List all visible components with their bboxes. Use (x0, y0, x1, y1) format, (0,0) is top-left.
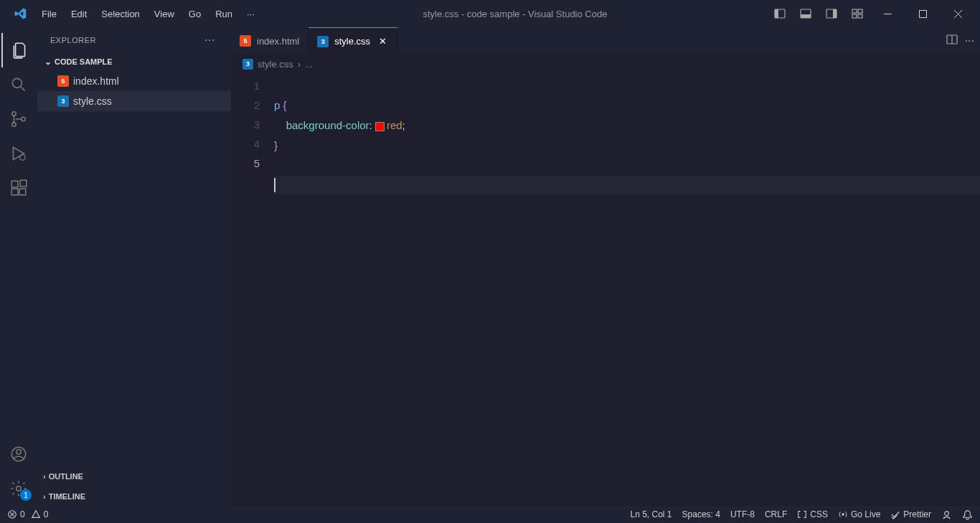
svg-rect-9 (858, 14, 862, 18)
svg-point-17 (12, 123, 16, 126)
status-bar: 0 0 Ln 5, Col 1 Spaces: 4 UTF-8 CRLF CSS… (0, 506, 980, 523)
svg-point-29 (9, 511, 17, 519)
svg-point-25 (17, 450, 22, 455)
explorer-title: EXPLORER (50, 36, 96, 44)
outline-label: OUTLINE (49, 472, 83, 481)
activity-search-icon[interactable] (1, 67, 36, 102)
split-editor-icon[interactable] (946, 34, 958, 48)
line-gutter: 1 2 3 4 5 (231, 73, 274, 506)
status-position[interactable]: Ln 5, Col 1 (631, 509, 672, 519)
menu-file[interactable]: File (34, 9, 64, 19)
status-warnings[interactable]: 0 (31, 509, 49, 519)
timeline-label: TIMELINE (49, 492, 85, 501)
chevron-right-icon: › (298, 59, 301, 70)
html-file-icon: 5 (57, 75, 69, 87)
project-header[interactable]: ⌄ CODE SAMPLE (37, 52, 231, 71)
activity-debug-icon[interactable] (1, 136, 36, 171)
svg-point-32 (842, 513, 844, 516)
tab-label: index.html (257, 36, 299, 47)
window-maximize-icon[interactable] (907, 3, 939, 24)
editor-area: 5 index.html 3 style.css ✕ ··· 3 style.c… (231, 27, 980, 506)
tab-style-css[interactable]: 3 style.css ✕ (308, 27, 398, 55)
vscode-logo-icon (13, 6, 27, 21)
status-go-live[interactable]: Go Live (838, 509, 880, 519)
activity-account-icon[interactable] (1, 437, 36, 471)
svg-rect-0 (775, 9, 785, 18)
menu-run[interactable]: Run (208, 9, 240, 19)
status-errors[interactable]: 0 (7, 509, 25, 519)
token-brace: { (283, 99, 287, 111)
editor-more-icon[interactable]: ··· (965, 34, 974, 47)
svg-point-18 (22, 117, 25, 121)
layout-panel-bottom-icon[interactable] (794, 3, 817, 24)
timeline-section[interactable]: › TIMELINE (37, 486, 231, 506)
token-value: red (387, 119, 402, 131)
chevron-right-icon: › (43, 492, 46, 501)
menu-selection[interactable]: Selection (94, 9, 146, 19)
window-close-icon[interactable] (942, 3, 974, 24)
line-number: 2 (231, 95, 260, 115)
sidebar: EXPLORER ··· ⌄ CODE SAMPLE 5 index.html … (37, 27, 231, 506)
css-file-icon: 3 (317, 36, 329, 47)
chevron-down-icon: ⌄ (44, 57, 52, 67)
status-bell-icon[interactable] (962, 509, 973, 520)
svg-rect-20 (11, 181, 18, 187)
menu-go[interactable]: Go (182, 9, 208, 19)
svg-line-13 (954, 10, 962, 18)
window-minimize-icon[interactable] (872, 3, 904, 24)
explorer-more-icon[interactable]: ··· (202, 34, 218, 47)
code-content[interactable]: p { background-color: red; } (274, 73, 980, 506)
outline-section[interactable]: › OUTLINE (37, 466, 231, 486)
activity-settings-icon[interactable]: 1 (1, 471, 36, 506)
warnings-count: 0 (44, 509, 49, 519)
token-indent (274, 119, 286, 131)
breadcrumb[interactable]: 3 style.css › ... (231, 55, 980, 73)
svg-line-12 (954, 10, 962, 18)
svg-rect-22 (19, 189, 26, 195)
tabs: 5 index.html 3 style.css ✕ ··· (231, 27, 980, 55)
status-spaces[interactable]: Spaces: 4 (682, 509, 720, 519)
project-name: CODE SAMPLE (55, 57, 113, 66)
file-style-css[interactable]: 3 style.css (37, 91, 231, 111)
language-name: CSS (810, 509, 828, 519)
status-eol[interactable]: CRLF (765, 509, 787, 519)
menu-edit[interactable]: Edit (64, 9, 94, 19)
status-language[interactable]: CSS (797, 509, 828, 519)
css-file-icon: 3 (242, 59, 253, 70)
code-editor[interactable]: 1 2 3 4 5 p { background-color: red; } (231, 73, 980, 506)
activity-explorer-icon[interactable] (1, 33, 36, 67)
svg-rect-4 (826, 9, 837, 18)
token-colon: : (369, 119, 375, 131)
layout-panel-left-icon[interactable] (768, 3, 791, 24)
status-feedback-icon[interactable] (941, 509, 952, 520)
line-number: 3 (231, 115, 260, 134)
css-file-icon: 3 (57, 95, 69, 107)
svg-point-26 (17, 486, 22, 491)
file-tree: 5 index.html 3 style.css (37, 71, 231, 466)
prettier-label: Prettier (903, 509, 931, 519)
sidebar-title-row: EXPLORER ··· (37, 27, 231, 52)
cursor-icon (274, 178, 275, 192)
status-prettier[interactable]: Prettier (890, 509, 931, 519)
activity-extensions-icon[interactable] (1, 171, 36, 205)
status-encoding[interactable]: UTF-8 (730, 509, 755, 519)
tab-close-icon[interactable]: ✕ (376, 35, 389, 48)
svg-point-24 (11, 447, 26, 461)
layout-panel-right-icon[interactable] (820, 3, 843, 24)
menu-more-icon[interactable]: ··· (240, 9, 262, 19)
html-file-icon: 5 (240, 35, 251, 47)
tab-index-html[interactable]: 5 index.html (231, 27, 308, 55)
svg-point-14 (12, 78, 22, 88)
file-index-html[interactable]: 5 index.html (37, 71, 231, 91)
svg-line-15 (21, 87, 24, 90)
breadcrumb-rest: ... (305, 59, 313, 70)
svg-rect-21 (11, 189, 18, 195)
svg-rect-27 (947, 35, 957, 44)
menu-view[interactable]: View (147, 9, 182, 19)
layout-customize-icon[interactable] (846, 3, 869, 24)
token-selector: p (274, 99, 283, 111)
svg-rect-6 (852, 9, 857, 13)
svg-rect-23 (20, 180, 27, 187)
svg-rect-5 (833, 9, 837, 18)
activity-source-control-icon[interactable] (1, 102, 36, 136)
